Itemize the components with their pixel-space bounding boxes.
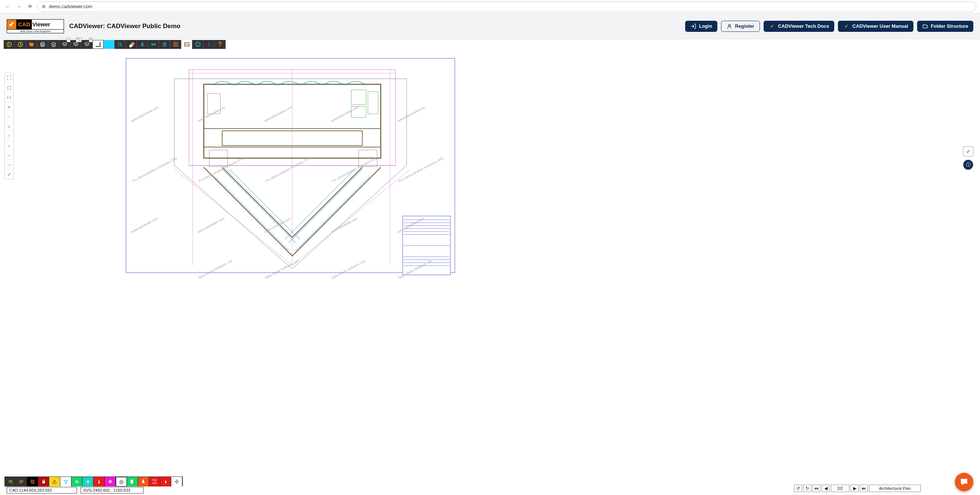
info-button[interactable]: [192, 40, 204, 49]
nav-forward-button[interactable]: [15, 40, 26, 49]
svg-point-11: [154, 44, 155, 45]
svg-point-10: [151, 44, 153, 45]
cv-glyph-icon: ✔: [769, 23, 775, 30]
list-button[interactable]: [159, 40, 170, 49]
folder-icon: [922, 23, 928, 29]
user-manual-button[interactable]: ✔ CADViewer User Manual: [838, 21, 913, 32]
page-header: ✔ CAD Viewer Write Once • View Anywhere …: [0, 13, 980, 39]
svg-rect-8: [107, 43, 111, 47]
login-button[interactable]: Login: [685, 21, 717, 32]
folder-structure-button[interactable]: Folder Structure: [917, 21, 973, 32]
link-button[interactable]: [148, 40, 159, 49]
address-bar[interactable]: ⚙ demo.cadviewer.com: [37, 2, 976, 12]
user-icon: [727, 23, 732, 29]
svg-point-2: [18, 42, 22, 47]
folder-label: Folder Structure: [931, 23, 968, 29]
site-settings-icon[interactable]: ⚙: [42, 4, 46, 9]
register-label: Register: [735, 23, 754, 29]
login-icon: [690, 23, 696, 29]
logo-cad-text: CAD: [17, 20, 32, 29]
svg-rect-12: [173, 43, 178, 47]
main-toolbar: T ?: [0, 40, 980, 49]
extents-button[interactable]: [170, 40, 181, 49]
svg-rect-7: [95, 42, 100, 46]
forward-icon[interactable]: →: [15, 3, 23, 11]
reload-icon[interactable]: ⟳: [26, 3, 34, 11]
bg-color-button[interactable]: [103, 40, 115, 49]
page-title: CADViewer: CADViewer Public Demo: [69, 22, 181, 30]
nav-back-button[interactable]: [4, 40, 15, 49]
cadviewer-logo[interactable]: ✔ CAD Viewer Write Once • View Anywhere: [7, 19, 64, 34]
logo-subtitle: Write Once • View Anywhere: [7, 29, 64, 33]
measure-button[interactable]: [137, 40, 148, 49]
eraser-button[interactable]: [126, 40, 137, 49]
browser-chrome: ← → ⟳ ⚙ demo.cadviewer.com: [0, 0, 980, 13]
image-button[interactable]: [181, 40, 192, 49]
tech-docs-button[interactable]: ✔ CADViewer Tech Docs: [764, 21, 834, 32]
layers-off-button[interactable]: [59, 40, 70, 49]
help-button[interactable]: ?: [215, 40, 226, 49]
open-file-button[interactable]: [26, 40, 37, 49]
svg-point-18: [208, 46, 209, 46]
bg-white-button[interactable]: [92, 40, 103, 49]
user-manual-label: CADViewer User Manual: [853, 23, 908, 29]
more-button[interactable]: [204, 40, 215, 49]
back-icon[interactable]: ←: [4, 3, 12, 11]
layers-search-button[interactable]: [70, 40, 81, 49]
register-button[interactable]: Register: [721, 21, 760, 32]
layers-button[interactable]: [48, 40, 59, 49]
logo-viewer-text: Viewer: [32, 20, 51, 29]
logo-mark-icon: ✔: [7, 20, 17, 29]
cv-glyph-icon: ✔: [843, 23, 850, 30]
svg-point-17: [208, 44, 209, 45]
svg-point-1: [7, 42, 11, 47]
svg-point-16: [208, 43, 209, 43]
svg-point-9: [118, 43, 121, 46]
svg-point-0: [729, 24, 730, 26]
zoom-button[interactable]: T: [115, 40, 126, 49]
tech-docs-label: CADViewer Tech Docs: [778, 23, 829, 29]
login-label: Login: [699, 23, 712, 29]
layers-on-button[interactable]: [81, 40, 92, 49]
url-text: demo.cadviewer.com: [49, 4, 92, 9]
svg-rect-13: [175, 44, 177, 45]
print-button[interactable]: [37, 40, 48, 49]
